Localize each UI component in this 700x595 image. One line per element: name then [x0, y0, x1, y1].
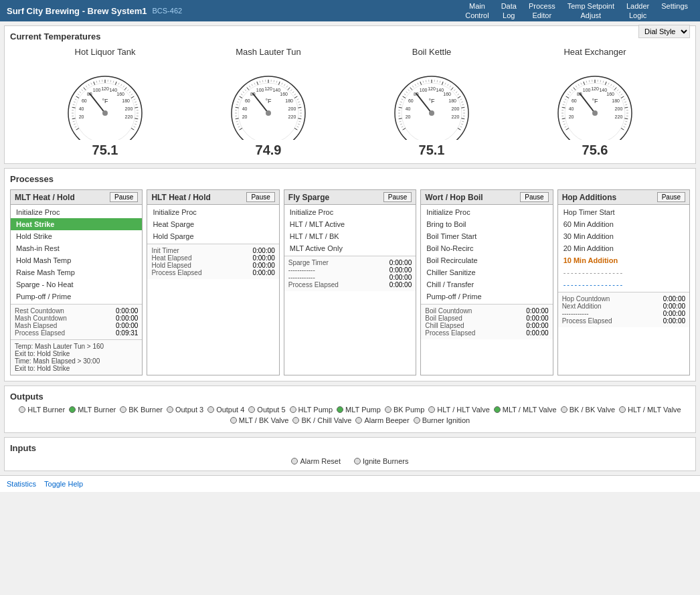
timer-row: ------------0:00:00: [562, 310, 685, 317]
process-step[interactable]: ----------------: [558, 266, 689, 278]
process-step[interactable]: Hold Mash Temp: [11, 254, 142, 266]
svg-text:40: 40: [569, 106, 574, 111]
gauge-value: 75.6: [582, 143, 608, 158]
process-step[interactable]: Sparge - No Heat: [11, 278, 142, 290]
process-step[interactable]: Mash-in Rest: [11, 242, 142, 254]
nav-item-data-log[interactable]: Data Log: [496, 0, 522, 21]
timer-label: Hold Elapsed: [151, 262, 191, 269]
temperatures-section: Current Temperatures Dial StyleDigitalBa…: [4, 25, 696, 164]
footer-link-toggle-help[interactable]: Toggle Help: [44, 480, 83, 488]
output-indicator: BK Burner: [120, 406, 163, 414]
pause-button[interactable]: Pause: [246, 192, 274, 202]
nav-item-main-control[interactable]: Main Control: [460, 0, 494, 21]
output-indicator: HLT Pump: [290, 406, 333, 414]
pause-button[interactable]: Pause: [657, 192, 685, 202]
svg-text:160: 160: [280, 92, 288, 96]
timer-row: Hold Elapsed0:00:00: [151, 262, 274, 269]
process-step[interactable]: Pump-off / Prime: [421, 290, 552, 303]
process-step[interactable]: Boil Recirculate: [421, 254, 552, 266]
nav-item-ladder-logic[interactable]: Ladder Logic: [621, 0, 654, 21]
timer-row: Sparge Timer0:00:00: [288, 259, 412, 266]
svg-text:60: 60: [245, 98, 250, 103]
pause-button[interactable]: Pause: [383, 192, 412, 202]
svg-text:°F: °F: [265, 98, 272, 104]
output-indicator: Output 4: [207, 406, 244, 414]
svg-text:°F: °F: [102, 98, 108, 104]
output-indicator: HLT / MLT Valve: [619, 406, 681, 414]
process-timers: Rest Countdown0:00:00Mash Countdown0:00:…: [11, 304, 142, 339]
timer-label: Heat Elapsed: [151, 254, 191, 262]
svg-text:180: 180: [122, 98, 130, 103]
process-step[interactable]: Initialize Proc: [421, 206, 552, 218]
footer-link-statistics[interactable]: Statistics: [7, 480, 36, 488]
process-step[interactable]: Hold Sparge: [147, 230, 278, 242]
svg-text:120: 120: [428, 86, 436, 91]
timer-row: Process Elapsed0:09:31: [15, 329, 138, 337]
svg-text:60: 60: [572, 98, 577, 103]
pause-button[interactable]: Pause: [110, 192, 138, 202]
output-dot: [355, 417, 362, 424]
nav-item-settings[interactable]: Settings: [656, 0, 693, 21]
outputs-row-0: HLT BurnerMLT BurnerBK BurnerOutput 3Out…: [10, 406, 690, 414]
process-step[interactable]: Initialize Proc: [11, 206, 142, 218]
output-indicator: BK / Chill Valve: [292, 416, 351, 424]
process-step[interactable]: 30 Min Addition: [558, 230, 689, 242]
process-step[interactable]: Initialize Proc: [284, 206, 416, 218]
process-step[interactable]: HLT / MLT Active: [284, 218, 416, 230]
gauge-hot-liquor-tank: Hot Liquor Tank2040608010012014016018020…: [52, 47, 159, 158]
process-steps: Initialize ProcHLT / MLT ActiveHLT / MLT…: [284, 205, 416, 256]
process-steps: Initialize ProcHeat SpargeHold Sparge: [147, 205, 278, 244]
timer-row: Init Timer0:00:00: [151, 247, 274, 254]
process-step[interactable]: Pump-off / Prime: [11, 290, 142, 303]
output-indicator: BK / BK Valve: [561, 406, 615, 414]
device-id: BCS-462: [153, 7, 183, 15]
process-step[interactable]: HLT / MLT / BK: [284, 230, 416, 242]
outputs-section: Outputs HLT BurnerMLT BurnerBK BurnerOut…: [4, 386, 696, 433]
pause-button[interactable]: Pause: [520, 192, 548, 202]
gauge-value: 74.9: [256, 143, 282, 158]
svg-text:220: 220: [615, 114, 623, 119]
svg-text:120: 120: [101, 86, 109, 91]
output-label: MLT Pump: [345, 406, 381, 414]
output-label: Output 5: [257, 406, 285, 414]
process-step[interactable]: 60 Min Addition: [558, 218, 689, 230]
gauge-dial: 20406080100120140160180200220°F: [378, 60, 485, 140]
svg-text:180: 180: [285, 98, 293, 103]
timer-value: 0:00:00: [526, 307, 548, 315]
process-step[interactable]: Boil No-Recirc: [421, 242, 552, 254]
process-step[interactable]: Heat Sparge: [147, 218, 278, 230]
timer-label: ------------: [562, 310, 589, 317]
output-indicator: Alarm Beeper: [355, 416, 409, 424]
process-step[interactable]: Boil Timer Start: [421, 230, 552, 242]
input-label: Ignite Burners: [363, 457, 408, 465]
output-dot: [167, 406, 173, 413]
timer-row: Heat Elapsed0:00:00: [151, 254, 274, 262]
process-step[interactable]: Heat Strike: [11, 218, 142, 230]
process-step[interactable]: MLT Active Only: [284, 242, 416, 254]
process-step[interactable]: Raise Mash Temp: [11, 266, 142, 278]
output-indicator: Output 5: [248, 406, 285, 414]
process-step[interactable]: Chiller Sanitize: [421, 266, 552, 278]
output-dot: [69, 406, 76, 413]
timer-value: 0:00:00: [663, 317, 685, 325]
timer-value: 0:00:00: [389, 281, 412, 288]
timer-value: 0:00:00: [526, 329, 548, 337]
output-label: Output 4: [216, 406, 244, 414]
timer-value: 0:00:00: [389, 266, 412, 274]
inputs-section: Inputs Alarm ResetIgnite Burners: [4, 437, 696, 471]
output-dot: [207, 406, 214, 413]
timer-value: 0:00:00: [389, 274, 412, 281]
process-step[interactable]: Hold Strike: [11, 230, 142, 242]
process-step[interactable]: Bring to Boil: [421, 218, 552, 230]
process-step[interactable]: 20 Min Addition: [558, 242, 689, 254]
process-step[interactable]: 10 Min Addition: [558, 254, 689, 266]
svg-text:200: 200: [452, 106, 460, 111]
dial-style-select[interactable]: Dial StyleDigitalBar: [638, 25, 690, 38]
gauge-value: 75.1: [92, 143, 118, 158]
nav-item-temp-setpoint[interactable]: Temp Setpoint Adjust: [562, 0, 620, 21]
nav-item-process-editor[interactable]: Process Editor: [523, 0, 561, 21]
process-step[interactable]: Chill / Transfer: [421, 278, 552, 290]
process-step[interactable]: ----------------: [558, 278, 689, 290]
process-step[interactable]: Hop Timer Start: [558, 206, 689, 218]
process-step[interactable]: Initialize Proc: [147, 206, 278, 218]
